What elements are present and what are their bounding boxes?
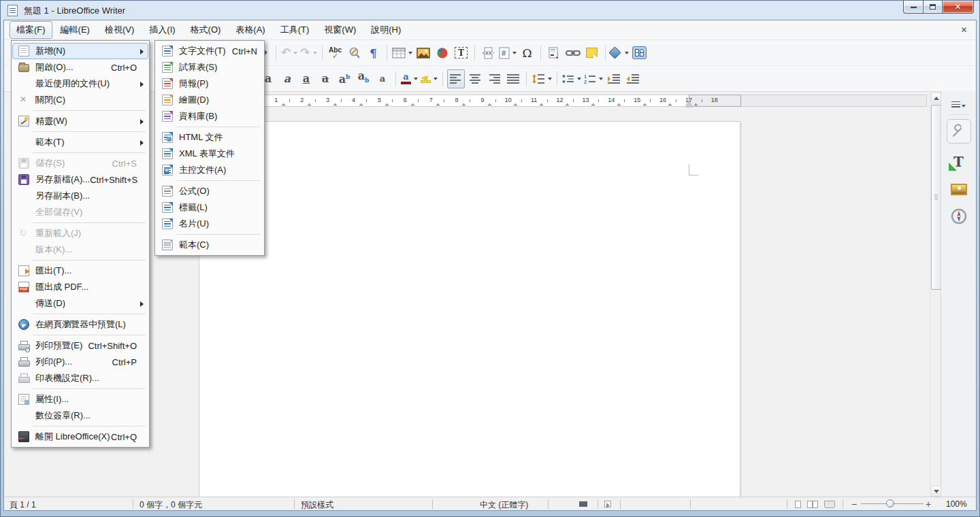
submenu-item-labels[interactable]: 標籤(L): [156, 199, 263, 216]
scroll-up-button[interactable]: [931, 93, 941, 103]
insert-mode-icon[interactable]: [579, 501, 587, 507]
no-character-format-button[interactable]: a: [374, 69, 391, 88]
spelling-button[interactable]: Abc✓: [327, 44, 344, 63]
redo-button[interactable]: ↷: [299, 44, 317, 63]
insert-page-break-button[interactable]: [479, 44, 497, 63]
align-left-button[interactable]: [447, 69, 465, 88]
submenu-item-master-document[interactable]: 主控文件(A): [156, 162, 263, 178]
scrollbar-thumb[interactable]: [931, 105, 941, 290]
page-number-status[interactable]: 頁 1 / 1: [10, 499, 36, 511]
sidebar-tab-styles[interactable]: T: [949, 153, 969, 171]
zoom-level-status[interactable]: 100%: [946, 499, 967, 509]
italic-button[interactable]: a: [278, 69, 296, 88]
font-color-dropdown-icon[interactable]: [414, 78, 418, 80]
menu-item-export-pdf[interactable]: 匯出成 PDF...: [12, 279, 148, 295]
sidebar-tab-gallery[interactable]: [949, 180, 969, 198]
align-center-button[interactable]: [466, 69, 484, 88]
menu-item-open[interactable]: 開啟(O)...Ctrl+O: [12, 59, 148, 76]
zoom-out-icon[interactable]: −: [851, 499, 857, 510]
menu-item-close[interactable]: 關閉(C): [12, 92, 148, 108]
menu-item-exit[interactable]: 離開 LibreOffice(X)Ctrl+Q: [12, 429, 148, 445]
minimize-button[interactable]: [903, 1, 924, 14]
underline-button[interactable]: a: [297, 69, 315, 88]
submenu-item-xml-form-document[interactable]: XML 表單文件: [156, 146, 263, 162]
language-status[interactable]: 中文 (正體字): [480, 499, 528, 511]
submenu-item-spreadsheet[interactable]: 試算表(S): [156, 59, 263, 76]
highlight-dropdown-icon[interactable]: [434, 78, 438, 80]
decrease-indent-button[interactable]: [624, 69, 642, 88]
zoom-slider-thumb[interactable]: [886, 499, 894, 507]
subscript-button[interactable]: ab: [355, 69, 372, 88]
page-style-status[interactable]: 預設樣式: [301, 499, 333, 511]
close-button[interactable]: ✕: [943, 1, 974, 14]
insert-comment-button[interactable]: [583, 44, 601, 63]
submenu-item-text-document[interactable]: 文字文件(T)Ctrl+N: [156, 43, 263, 59]
menu-item-print[interactable]: 列印(P)...Ctrl+P: [12, 354, 148, 370]
increase-indent-button[interactable]: [605, 69, 623, 88]
menubar-item-window[interactable]: 視窗(W): [317, 21, 363, 39]
line-spacing-dropdown-icon[interactable]: [548, 78, 552, 80]
menubar-item-table[interactable]: 表格(A): [229, 21, 272, 39]
redo-dropdown-icon[interactable]: [313, 52, 317, 54]
insert-image-button[interactable]: [414, 44, 432, 63]
bullets-button[interactable]: [561, 69, 582, 88]
submenu-item-presentation[interactable]: 簡報(P): [156, 76, 263, 92]
menu-item-properties[interactable]: 屬性(I)...: [12, 391, 148, 407]
selection-mode-icon[interactable]: [604, 501, 611, 507]
menubar-item-tools[interactable]: 工具(T): [274, 21, 316, 39]
insert-footnote-button[interactable]: [545, 44, 563, 63]
menu-item-wizards[interactable]: 精靈(W): [12, 113, 148, 129]
menu-item-printer-settings[interactable]: 印表機設定(R)...: [12, 370, 148, 386]
scroll-down-button[interactable]: [931, 486, 941, 497]
numbering-button[interactable]: 12: [583, 69, 604, 88]
submenu-item-drawing[interactable]: 繪圖(D): [156, 92, 263, 108]
menu-item-web-preview[interactable]: 在網頁瀏覽器中預覽(L): [12, 316, 148, 333]
shapes-dropdown-icon[interactable]: [625, 52, 629, 54]
insert-field-button[interactable]: #: [498, 44, 517, 63]
submenu-item-formula[interactable]: 公式(O): [156, 183, 263, 199]
insert-hyperlink-button[interactable]: [564, 44, 582, 63]
menubar-item-edit[interactable]: 編輯(E): [54, 21, 97, 39]
font-color-button[interactable]: a: [400, 69, 419, 88]
single-page-view-icon[interactable]: [795, 501, 801, 508]
ruler-scale[interactable]: 123456789101112131415161718: [4, 92, 976, 110]
table-dropdown-icon[interactable]: [408, 52, 412, 54]
insert-table-button[interactable]: [391, 44, 413, 63]
undo-dropdown-icon[interactable]: [293, 52, 297, 54]
menu-item-digital-signatures[interactable]: 數位簽章(R)...: [12, 407, 148, 424]
submenu-item-business-cards[interactable]: 名片(U): [156, 216, 263, 232]
field-dropdown-icon[interactable]: [512, 52, 517, 54]
book-view-icon[interactable]: [824, 501, 835, 508]
menu-item-print-preview[interactable]: 列印預覽(E)Ctrl+Shift+O: [12, 337, 148, 354]
highlight-color-button[interactable]: [420, 69, 438, 88]
insert-chart-button[interactable]: [434, 44, 451, 63]
menu-item-recent-documents[interactable]: 最近使用的文件(U): [12, 76, 148, 92]
sidebar-tab-properties[interactable]: [947, 119, 971, 144]
align-right-button[interactable]: [485, 69, 503, 88]
superscript-button[interactable]: ab: [336, 69, 353, 88]
zoom-in-icon[interactable]: +: [926, 499, 931, 510]
insert-text-box-button[interactable]: T: [453, 44, 470, 63]
menu-item-new[interactable]: 新增(N): [12, 43, 148, 59]
menubar-item-view[interactable]: 檢視(V): [98, 21, 141, 39]
maximize-button[interactable]: [924, 1, 943, 14]
formatting-marks-button[interactable]: ¶: [365, 44, 382, 63]
menubar-item-file[interactable]: 檔案(F): [10, 21, 52, 39]
numbering-dropdown-icon[interactable]: [599, 78, 603, 80]
show-draw-functions-button[interactable]: [631, 44, 649, 63]
menubar-item-format[interactable]: 格式(O): [184, 21, 228, 39]
word-count-status[interactable]: 0 個字，0 個字元: [140, 499, 202, 511]
close-document-icon[interactable]: ✕: [959, 25, 969, 35]
basic-shapes-button[interactable]: [610, 44, 630, 63]
undo-button[interactable]: ↶: [280, 44, 298, 63]
document-page[interactable]: [199, 121, 740, 497]
menubar-item-help[interactable]: 說明(H): [364, 21, 408, 39]
find-replace-button[interactable]: [346, 44, 363, 63]
submenu-item-html-document[interactable]: HTML 文件: [156, 129, 263, 146]
menu-item-export[interactable]: 匯出(T)...: [12, 263, 148, 279]
sidebar-tab-navigator[interactable]: [949, 207, 969, 225]
menu-item-send[interactable]: 傳送(D): [12, 295, 148, 312]
menu-item-save-copy[interactable]: 另存副本(B)...: [12, 188, 148, 204]
multi-page-view-icon[interactable]: [807, 501, 818, 508]
menu-item-templates[interactable]: 範本(T): [12, 134, 148, 150]
